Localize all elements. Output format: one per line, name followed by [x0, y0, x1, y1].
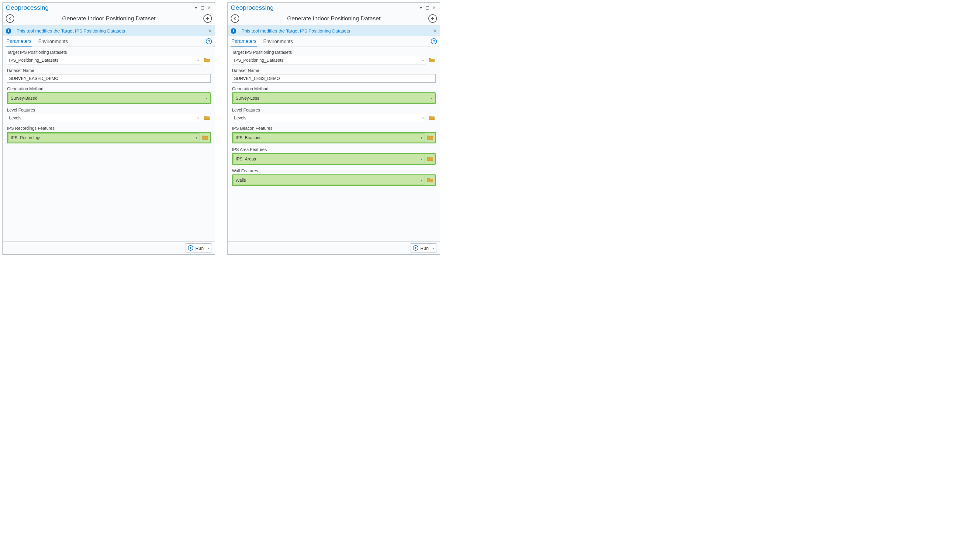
browse-button[interactable]	[428, 56, 436, 64]
chevron-down-icon: ▾	[421, 136, 422, 139]
browse-button[interactable]	[428, 114, 436, 122]
browse-button[interactable]	[203, 56, 211, 64]
tool-title: Generate Indoor Positioning Dataset	[239, 15, 428, 22]
titlebar: Geoprocessing ▾ ▢ ✕	[3, 3, 215, 12]
play-icon	[188, 245, 193, 251]
text-input[interactable]	[9, 76, 209, 81]
combo-input[interactable]	[235, 135, 421, 140]
combo-walls[interactable]: ▾	[234, 176, 424, 185]
help-icon[interactable]: ?	[206, 38, 212, 45]
field-label: Generation Method	[232, 86, 436, 91]
field-label: Dataset Name	[232, 68, 436, 73]
maximize-icon[interactable]: ▢	[199, 5, 206, 11]
field-target-ips: Target IPS Positioning Datasets ▾	[232, 50, 436, 64]
combo-input[interactable]	[9, 116, 197, 120]
combo-target-ips[interactable]: ▾	[232, 56, 426, 64]
combo-input[interactable]	[11, 96, 206, 101]
combo-ips-beacons[interactable]: ▾	[234, 134, 424, 142]
close-icon[interactable]: ✕	[206, 5, 212, 11]
combo-input[interactable]	[234, 116, 422, 120]
browse-button[interactable]	[426, 176, 434, 185]
field-label: Dataset Name	[7, 68, 211, 73]
menu-chevron-icon[interactable]: ▾	[418, 5, 424, 11]
field-dataset-name: Dataset Name	[7, 68, 211, 83]
tab-environments[interactable]: Environments	[38, 36, 69, 46]
geoprocessing-panel-right: Geoprocessing ▾ ▢ ✕ Generate Indoor Posi…	[227, 2, 440, 254]
tool-header: Generate Indoor Positioning Dataset	[3, 12, 215, 25]
chevron-down-icon: ▾	[197, 116, 199, 120]
combo-input[interactable]	[9, 58, 197, 63]
tab-parameters[interactable]: Parameters	[231, 36, 257, 46]
text-input[interactable]	[234, 76, 434, 81]
field-label: Wall Features	[232, 168, 436, 173]
info-icon: i	[6, 28, 11, 34]
combo-input[interactable]	[235, 178, 421, 183]
form-body: Target IPS Positioning Datasets ▾ Datase…	[228, 47, 440, 241]
info-text: This tool modifies the Target IPS Positi…	[17, 28, 202, 33]
info-banner: i This tool modifies the Target IPS Posi…	[3, 25, 215, 36]
text-dataset-name[interactable]	[7, 74, 211, 83]
menu-chevron-icon[interactable]: ▾	[192, 5, 199, 11]
banner-close-icon[interactable]: ✕	[433, 28, 437, 34]
run-button[interactable]: Run ▾	[185, 243, 212, 253]
back-button[interactable]	[6, 14, 14, 23]
combo-level-features[interactable]: ▾	[7, 114, 201, 122]
add-button[interactable]	[428, 14, 437, 23]
footer: Run ▾	[3, 241, 215, 254]
tab-environments[interactable]: Environments	[263, 36, 294, 46]
close-icon[interactable]: ✕	[431, 5, 438, 11]
chevron-down-icon: ▾	[206, 97, 207, 100]
combo-target-ips[interactable]: ▾	[7, 56, 201, 64]
info-banner: i This tool modifies the Target IPS Posi…	[228, 25, 440, 36]
field-label: Target IPS Positioning Datasets	[232, 50, 436, 55]
tool-header: Generate Indoor Positioning Dataset	[228, 12, 440, 25]
geoprocessing-panel-left: Geoprocessing ▾ ▢ ✕ Generate Indoor Posi…	[2, 2, 215, 254]
field-ips-area: IPS Area Features ▾	[232, 147, 436, 165]
field-label: IPS Beacon Features	[232, 126, 436, 131]
info-text: This tool modifies the Target IPS Positi…	[242, 28, 428, 33]
combo-generation-method[interactable]: ▾	[234, 94, 434, 102]
panel-title: Geoprocessing	[6, 4, 192, 11]
info-icon: i	[231, 28, 236, 34]
combo-level-features[interactable]: ▾	[232, 114, 426, 122]
run-dropdown[interactable]: ▾	[205, 246, 212, 250]
help-icon[interactable]: ?	[431, 38, 437, 45]
combo-ips-areas[interactable]: ▾	[234, 155, 424, 163]
panel-title: Geoprocessing	[231, 4, 418, 11]
footer: Run ▾	[228, 241, 440, 254]
field-generation-method: Generation Method ▾	[232, 86, 436, 104]
combo-input[interactable]	[235, 96, 431, 101]
browse-button[interactable]	[426, 134, 434, 142]
combo-input[interactable]	[235, 157, 421, 161]
run-dropdown[interactable]: ▾	[430, 246, 437, 250]
chevron-down-icon: ▾	[421, 178, 422, 182]
back-button[interactable]	[231, 14, 239, 23]
combo-ips-recordings[interactable]: ▾	[8, 134, 199, 142]
field-generation-method: Generation Method ▾	[7, 86, 211, 104]
banner-close-icon[interactable]: ✕	[208, 28, 212, 34]
browse-button[interactable]	[201, 134, 209, 142]
combo-input[interactable]	[234, 58, 422, 63]
tabs: Parameters Environments ?	[228, 36, 440, 47]
field-ips-beacon: IPS Beacon Features ▾	[232, 126, 436, 144]
combo-generation-method[interactable]: ▾	[8, 94, 209, 102]
field-ips-recordings: IPS Recordings Features ▾	[7, 126, 211, 144]
field-dataset-name: Dataset Name	[232, 68, 436, 83]
tab-parameters[interactable]: Parameters	[6, 36, 32, 46]
add-button[interactable]	[203, 14, 212, 23]
field-wall-features: Wall Features ▾	[232, 168, 436, 186]
field-label: Target IPS Positioning Datasets	[7, 50, 211, 55]
run-label: Run	[420, 246, 430, 251]
chevron-down-icon: ▾	[196, 136, 197, 139]
play-icon	[413, 245, 418, 251]
text-dataset-name[interactable]	[232, 74, 436, 83]
titlebar: Geoprocessing ▾ ▢ ✕	[228, 3, 440, 12]
run-button[interactable]: Run ▾	[410, 243, 437, 253]
form-body: Target IPS Positioning Datasets ▾ Datase…	[3, 47, 215, 241]
tabs: Parameters Environments ?	[3, 36, 215, 47]
browse-button[interactable]	[426, 155, 434, 163]
browse-button[interactable]	[203, 114, 211, 122]
field-level-features: Level Features ▾	[7, 107, 211, 122]
combo-input[interactable]	[11, 135, 196, 140]
maximize-icon[interactable]: ▢	[424, 5, 431, 11]
